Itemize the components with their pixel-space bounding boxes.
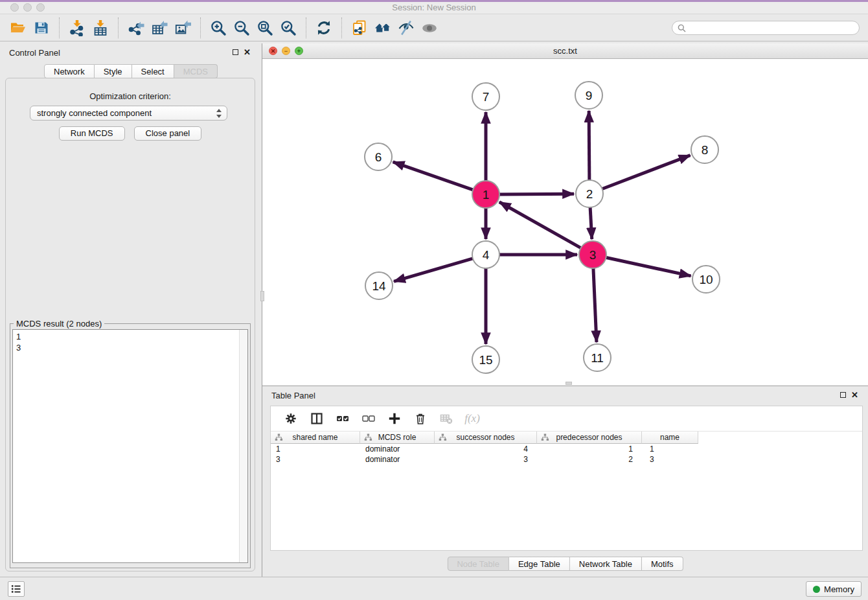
save-session-button[interactable] [30,17,53,39]
column-header-label: name [660,433,680,442]
task-history-button[interactable] [8,581,25,597]
column-header-predecessor-nodes[interactable]: predecessor nodes [537,432,642,444]
close-window-icon[interactable] [10,3,19,12]
close-view-icon[interactable]: ✕ [269,47,277,55]
graph-edge-1-2[interactable] [498,194,574,194]
search-box[interactable] [672,21,860,35]
graph-node-15[interactable]: 15 [472,346,499,373]
search-input[interactable] [689,23,854,32]
criterion-dropdown[interactable]: strongly connected component [30,106,227,121]
graph-edge-3-10[interactable] [605,257,691,276]
graph-edge-3-11[interactable] [593,267,597,342]
panel-splitter-grip[interactable] [260,291,264,301]
tab-network-table[interactable]: Network Table [570,557,642,571]
graph-node-1[interactable]: 1 [472,181,499,208]
clone-network-button[interactable] [348,17,371,39]
table-panel-title: Table Panel [271,391,315,400]
graph-node-10[interactable]: 10 [692,266,720,293]
toolbar-separator [118,17,119,38]
close-panel-button[interactable]: Close panel [134,126,202,141]
graph-edge-3-1[interactable] [499,202,582,249]
delete-column-button[interactable] [411,409,430,428]
graph-node-9[interactable]: 9 [575,82,602,109]
graph-node-4[interactable]: 4 [472,241,499,268]
export-network-button[interactable] [124,17,148,39]
run-mcds-button[interactable]: Run MCDS [59,126,125,141]
open-session-button[interactable] [6,17,30,39]
import-network-button[interactable] [65,17,89,39]
zoom-out-button[interactable] [230,17,253,39]
graph-node-label: 1 [483,188,490,202]
result-scrollbar[interactable] [239,330,247,562]
column-header-mcds-role[interactable]: MCDS role [360,432,435,444]
tab-select[interactable]: Select [132,64,174,78]
table-cell[interactable]: dominator [360,454,435,465]
settings-gear-button[interactable] [281,409,301,428]
network-canvas[interactable]: 7968124314101511 [262,59,868,386]
tab-style[interactable]: Style [95,64,132,78]
table-cell[interactable]: 4 [435,444,537,454]
table-cell[interactable]: 1 [271,444,360,454]
graph-edge-2-8[interactable] [601,156,691,190]
optimization-criterion-label: Optimization criterion: [6,91,255,101]
column-header-successor-nodes[interactable]: successor nodes [435,432,537,444]
zoom-fit-button[interactable] [253,17,277,39]
table-row[interactable]: 1dominator411 [271,444,862,454]
hide-details-button[interactable] [394,17,418,39]
graph-node-6[interactable]: 6 [365,143,392,170]
table-cell[interactable]: 1 [537,444,642,454]
tab-motifs[interactable]: Motifs [642,557,683,571]
zoom-window-view-icon[interactable]: + [295,47,303,55]
graph-edge-2-3[interactable] [590,206,592,239]
refresh-styles-button[interactable] [312,17,336,39]
show-details-button[interactable] [418,17,441,39]
window-controls[interactable] [10,3,45,12]
column-header-shared-name[interactable]: shared name [271,432,360,444]
tab-network[interactable]: Network [44,64,95,78]
close-table-panel-icon[interactable]: ✕ [851,390,858,400]
graph-node-2[interactable]: 2 [576,180,603,207]
graph-node-11[interactable]: 11 [584,344,611,371]
home-pages-button[interactable] [371,17,394,39]
tab-mcds[interactable]: MCDS [174,64,218,78]
graph-edge-1-6[interactable] [393,162,474,190]
mcds-result-textarea[interactable]: 13 [12,329,248,563]
tab-node-table[interactable]: Node Table [447,557,509,571]
table-cell[interactable]: 3 [435,454,537,465]
graph-edge-4-14[interactable] [394,258,474,281]
float-panel-icon[interactable] [233,49,238,55]
graph-edge-2-9[interactable] [589,111,589,181]
close-panel-icon[interactable]: ✕ [244,47,251,57]
table-cell[interactable]: dominator [360,444,435,454]
export-table-button[interactable] [148,17,171,39]
create-column-button[interactable] [385,409,404,428]
graph-node-8[interactable]: 8 [691,136,718,163]
select-all-columns-button[interactable] [333,409,352,428]
table-row[interactable]: 3dominator323 [271,454,862,465]
float-table-panel-icon[interactable] [840,392,846,398]
graph-node-7[interactable]: 7 [472,83,499,110]
minimize-window-icon[interactable] [23,3,32,12]
zoom-in-button[interactable] [207,17,230,39]
minimize-view-icon[interactable]: − [282,47,290,55]
import-table-button[interactable] [89,17,112,39]
canvas-splitter-grip[interactable] [565,382,572,385]
table-cell[interactable]: 3 [271,454,360,465]
zoom-window-icon[interactable] [36,3,45,12]
save-session-icon [33,19,50,36]
graph-node-3[interactable]: 3 [579,241,606,268]
table-cell[interactable]: 2 [537,454,642,465]
delete-column-icon [414,412,427,425]
graph-node-14[interactable]: 14 [365,272,393,299]
table-cell[interactable]: 3 [642,454,698,465]
table-content: f(x) shared nameMCDS rolesuccessor nodes… [270,406,863,551]
deselect-all-columns-button[interactable] [359,409,378,428]
org-chart-icon [364,433,372,441]
zoom-selected-button[interactable] [277,17,300,39]
table-cell[interactable]: 1 [642,444,698,454]
export-image-button[interactable] [171,17,194,39]
tab-edge-table[interactable]: Edge Table [509,557,570,571]
column-layout-button[interactable] [307,409,326,428]
column-header-name[interactable]: name [642,432,698,444]
memory-button[interactable]: Memory [806,581,862,597]
